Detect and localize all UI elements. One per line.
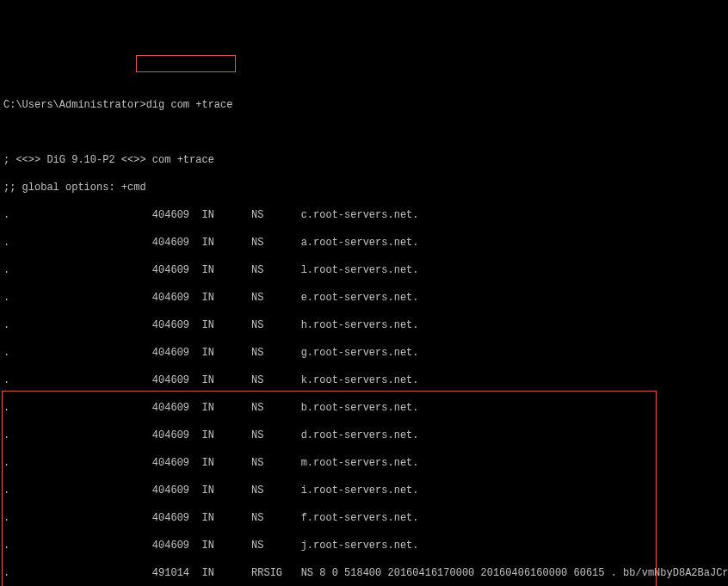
root-ns-record: . 404609 IN NS l.root-servers.net. (3, 263, 728, 277)
terminal-output[interactable]: C:\Users\Administrator>dig com +trace ; … (0, 55, 728, 586)
root-ns-record: . 404609 IN NS d.root-servers.net. (3, 429, 728, 442)
prompt-line: C:\Users\Administrator>dig com +trace (3, 98, 728, 112)
root-ns-record: . 404609 IN NS c.root-servers.net. (3, 208, 728, 222)
root-ns-record: . 404609 IN NS f.root-servers.net. (3, 511, 728, 525)
root-ns-record: . 404609 IN NS g.root-servers.net. (3, 346, 728, 360)
command-text: dig com +trace (146, 99, 233, 111)
dig-options: ;; global options: +cmd (3, 181, 728, 194)
root-ns-record: . 404609 IN NS k.root-servers.net. (3, 373, 728, 387)
root-ns-record: . 404609 IN NS b.root-servers.net. (3, 401, 728, 415)
highlight-command-box (136, 55, 236, 72)
root-ns-record: . 404609 IN NS m.root-servers.net. (3, 456, 728, 470)
root-rrsig: . 491014 IN RRSIG NS 8 0 518400 20160416… (3, 566, 728, 580)
root-ns-record: . 404609 IN NS a.root-servers.net. (3, 236, 728, 250)
root-ns-record: . 404609 IN NS e.root-servers.net. (3, 291, 728, 305)
blank (3, 126, 728, 139)
prompt-path: C:\Users\Administrator> (3, 99, 146, 111)
root-ns-record: . 404609 IN NS j.root-servers.net. (3, 539, 728, 552)
dig-header: ; <<>> DiG 9.10-P2 <<>> com +trace (3, 153, 728, 167)
root-ns-record: . 404609 IN NS h.root-servers.net. (3, 318, 728, 332)
root-ns-record: . 404609 IN NS i.root-servers.net. (3, 484, 728, 497)
